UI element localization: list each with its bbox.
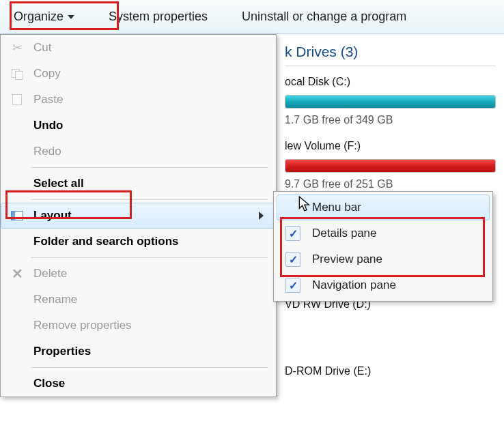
check-icon: ✓ <box>285 278 300 293</box>
menu-close[interactable]: Close <box>1 371 276 397</box>
menu-rename-label: Rename <box>28 293 268 306</box>
submenu-menu-bar-label: Menu bar <box>303 201 361 214</box>
submenu-details-pane[interactable]: ✓ Details pane <box>277 220 490 246</box>
menu-properties-label: Properties <box>28 345 268 358</box>
drives-header[interactable]: k Drives (3) <box>285 44 496 66</box>
menu-undo-label: Undo <box>28 119 268 132</box>
menu-cut-label: Cut <box>28 41 268 55</box>
toolbar: Organize System properties Uninstall or … <box>0 0 504 34</box>
submenu-preview-pane-label: Preview pane <box>303 253 382 266</box>
organize-menu: ✂ Cut Copy Paste Undo Redo Select all La… <box>0 34 277 397</box>
drive-c-bar <box>285 95 496 109</box>
cut-icon: ✂ <box>12 40 23 55</box>
system-properties-button[interactable]: System properties <box>102 7 214 27</box>
organize-button[interactable]: Organize <box>7 7 81 27</box>
drive-c[interactable]: ocal Disk (C:) 1.7 GB free of 349 GB <box>285 76 496 126</box>
paste-icon <box>12 94 22 105</box>
drive-e[interactable]: D-ROM Drive (E:) <box>285 365 496 377</box>
menu-copy-label: Copy <box>28 67 268 81</box>
drive-f-fill <box>285 160 495 172</box>
menu-copy[interactable]: Copy <box>1 61 276 87</box>
menu-cut[interactable]: ✂ Cut <box>1 35 276 61</box>
submenu-navigation-pane[interactable]: ✓ Navigation pane <box>277 272 490 298</box>
submenu-arrow-icon <box>259 212 264 220</box>
menu-divider <box>31 167 268 168</box>
menu-delete-label: Delete <box>28 267 268 280</box>
menu-close-label: Close <box>28 377 268 390</box>
menu-select-all-label: Select all <box>28 177 268 190</box>
menu-properties[interactable]: Properties <box>1 339 276 364</box>
submenu-menu-bar[interactable]: Menu bar <box>277 195 490 220</box>
menu-layout[interactable]: Layout <box>1 203 276 229</box>
menu-rename[interactable]: Rename <box>1 287 276 313</box>
submenu-details-pane-label: Details pane <box>303 227 377 240</box>
drive-c-fill <box>285 96 495 108</box>
drive-c-label: ocal Disk (C:) <box>285 76 496 88</box>
check-icon: ✓ <box>285 252 300 267</box>
submenu-navigation-pane-label: Navigation pane <box>303 278 396 292</box>
menu-divider <box>31 367 268 368</box>
menu-redo[interactable]: Redo <box>1 139 276 164</box>
menu-divider <box>31 199 268 200</box>
menu-remove-properties-label: Remove properties <box>28 319 268 332</box>
menu-folder-options-label: Folder and search options <box>28 235 268 248</box>
layout-submenu: Menu bar ✓ Details pane ✓ Preview pane ✓… <box>273 191 493 302</box>
drive-f[interactable]: lew Volume (F:) 9.7 GB free of 251 GB <box>285 140 496 190</box>
copy-icon <box>12 69 23 78</box>
drive-f-bar <box>285 159 496 173</box>
menu-layout-label: Layout <box>28 209 259 222</box>
menu-remove-properties[interactable]: Remove properties <box>1 313 276 339</box>
menu-folder-options[interactable]: Folder and search options <box>1 229 276 255</box>
menu-select-all[interactable]: Select all <box>1 171 276 197</box>
menu-undo[interactable]: Undo <box>1 113 276 139</box>
submenu-preview-pane[interactable]: ✓ Preview pane <box>277 246 490 272</box>
drive-c-free: 1.7 GB free of 349 GB <box>285 114 496 126</box>
check-icon: ✓ <box>285 226 300 241</box>
chevron-down-icon <box>68 15 74 19</box>
drive-f-free: 9.7 GB free of 251 GB <box>285 178 496 190</box>
uninstall-button[interactable]: Uninstall or change a program <box>235 7 413 27</box>
drive-f-label: lew Volume (F:) <box>285 140 496 152</box>
menu-paste-label: Paste <box>28 93 268 106</box>
menu-divider <box>31 257 268 258</box>
delete-icon: ✕ <box>12 265 23 282</box>
menu-delete[interactable]: ✕ Delete <box>1 261 276 287</box>
menu-redo-label: Redo <box>28 145 268 158</box>
menu-paste[interactable]: Paste <box>1 87 276 113</box>
layout-icon <box>11 211 23 220</box>
organize-label: Organize <box>14 10 64 24</box>
